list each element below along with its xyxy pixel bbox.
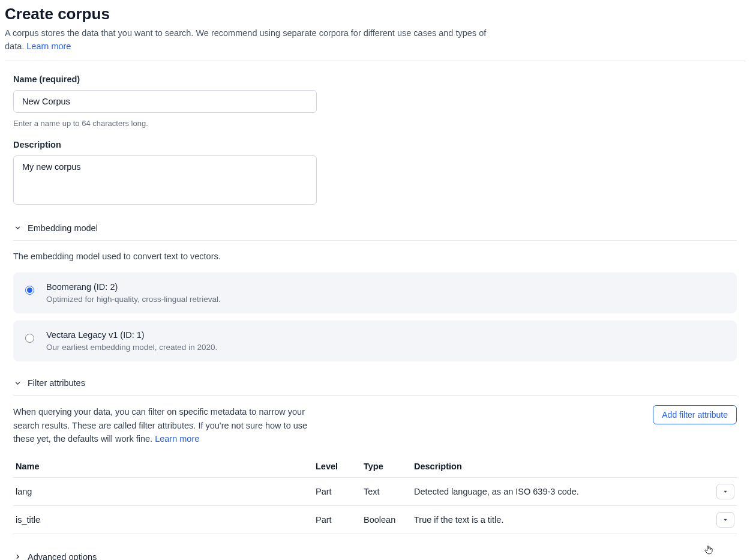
cell-description: Detected language, as an ISO 639-3 code. — [412, 477, 713, 505]
filter-description: When querying your data, you can filter … — [13, 405, 325, 445]
name-label: Name (required) — [13, 74, 737, 84]
embedding-section-header[interactable]: Embedding model — [13, 218, 737, 238]
table-row: lang Part Text Detected language, as an … — [13, 477, 737, 505]
chevron-right-icon — [13, 553, 22, 560]
name-input[interactable] — [13, 90, 317, 113]
option-title: Boomerang (ID: 2) — [46, 282, 221, 292]
embedding-description: The embedding model used to convert text… — [13, 250, 737, 263]
cell-type: Boolean — [361, 505, 412, 534]
filter-learn-more-link[interactable]: Learn more — [155, 434, 199, 444]
col-type: Type — [361, 456, 412, 478]
embedding-option-boomerang[interactable]: Boomerang (ID: 2) Optimized for high-qua… — [13, 272, 737, 313]
filter-section-title: Filter attributes — [28, 378, 85, 388]
radio-boomerang[interactable] — [25, 286, 34, 295]
filter-section: Filter attributes When querying your dat… — [13, 373, 737, 534]
row-actions-dropdown[interactable] — [716, 512, 734, 528]
col-name: Name — [13, 456, 313, 478]
embedding-option-legacy[interactable]: Vectara Legacy v1 (ID: 1) Our earliest e… — [13, 321, 737, 361]
advanced-section-title: Advanced options — [28, 552, 97, 560]
divider — [13, 240, 737, 241]
filter-section-header[interactable]: Filter attributes — [13, 373, 737, 393]
cell-level: Part — [313, 505, 361, 534]
option-title: Vectara Legacy v1 (ID: 1) — [46, 330, 217, 340]
learn-more-link[interactable]: Learn more — [26, 41, 71, 51]
description-textarea[interactable] — [13, 155, 317, 205]
cell-level: Part — [313, 477, 361, 505]
row-actions-dropdown[interactable] — [716, 484, 734, 499]
filter-attributes-table: Name Level Type Description lang Part Te… — [13, 456, 737, 534]
cell-name: lang — [13, 477, 313, 505]
svg-marker-0 — [724, 490, 727, 492]
chevron-down-icon — [13, 379, 22, 387]
embedding-section-title: Embedding model — [28, 223, 98, 233]
divider — [13, 395, 737, 396]
option-subtitle: Our earliest embedding model, created in… — [46, 343, 217, 352]
col-level: Level — [313, 456, 361, 478]
advanced-section-header[interactable]: Advanced options — [13, 547, 737, 560]
description-label: Description — [13, 140, 737, 149]
radio-legacy[interactable] — [25, 334, 34, 343]
page-header: Create corpus A corpus stores the data t… — [5, 5, 745, 53]
header-divider — [5, 61, 745, 61]
chevron-down-icon — [13, 224, 22, 232]
page-title: Create corpus — [5, 5, 745, 23]
cell-name: is_title — [13, 505, 313, 534]
page-description: A corpus stores the data that you want t… — [5, 27, 491, 53]
add-filter-attribute-button[interactable]: Add filter attribute — [653, 405, 737, 424]
advanced-section: Advanced options — [13, 547, 737, 560]
option-subtitle: Optimized for high-quality, cross-lingua… — [46, 295, 221, 304]
cell-type: Text — [361, 477, 412, 505]
svg-marker-1 — [724, 519, 727, 520]
table-row: is_title Part Boolean True if the text i… — [13, 505, 737, 534]
embedding-section: Embedding model The embedding model used… — [13, 218, 737, 362]
col-description: Description — [412, 456, 713, 478]
cell-description: True if the text is a title. — [412, 505, 713, 534]
name-helper: Enter a name up to 64 characters long. — [13, 119, 737, 128]
